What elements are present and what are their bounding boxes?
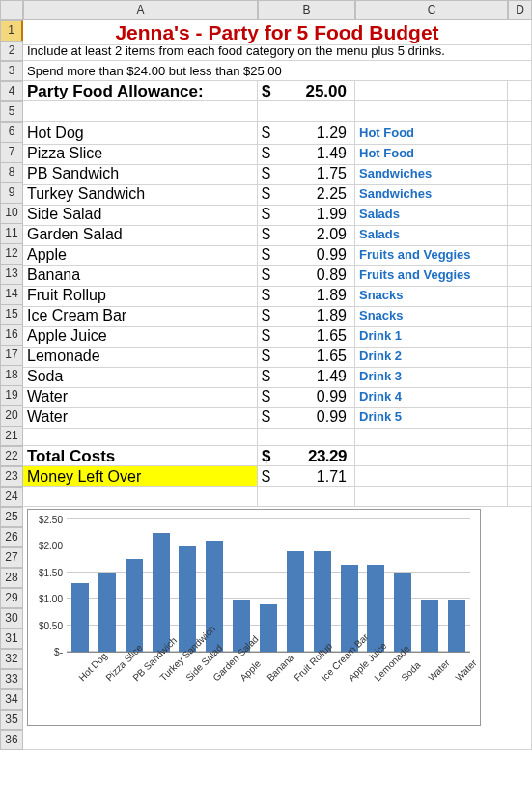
select-all-corner[interactable] [0,0,23,20]
cell-blank-24-3[interactable] [508,487,532,507]
chart-bar [421,600,438,652]
embedded-chart[interactable]: $-$0.50$1.00$1.50$2.00$2.50Hot DogPizza … [23,507,532,750]
currency-symbol: $ [262,324,270,347]
currency-symbol: $ [262,203,270,225]
col-header-c[interactable]: C [355,0,508,20]
row-header-22[interactable]: 22 [0,446,23,466]
allowance-label[interactable]: Party Food Allowance: [23,81,258,101]
cell-d5[interactable] [508,101,532,122]
chart-bar [314,551,331,652]
y-tick-label: $- [54,647,67,657]
currency-symbol: $ [262,284,270,306]
leftover-value[interactable]: $1.71 [258,466,355,487]
instruction-2[interactable]: Spend more than $24.00 but less than $25… [23,61,532,81]
col-header-d[interactable]: D [508,0,532,20]
cell-c23[interactable] [355,466,508,487]
row-header-30[interactable]: 30 [0,608,23,628]
currency-symbol: $ [262,243,270,265]
col-header-a[interactable]: A [23,0,258,20]
row-header-31[interactable]: 31 [0,628,23,649]
chart-bar [260,604,277,652]
row-header-21[interactable]: 21 [0,426,23,446]
chart-bar [71,583,89,652]
price-value: 1.99 [317,203,347,225]
price-value: 1.49 [317,365,347,387]
cell-blank-21-0[interactable] [23,426,258,446]
currency-symbol: $ [262,223,270,245]
currency-symbol: $ [262,466,270,486]
y-tick-label: $2.00 [39,541,67,551]
row-header-36[interactable]: 36 [0,730,23,750]
row-header-24[interactable]: 24 [0,487,23,507]
total-amount: 23.29 [308,446,347,465]
cell-d4[interactable] [508,81,532,101]
cell-a5[interactable] [23,101,258,122]
currency-symbol: $ [262,345,270,367]
cell-blank-21-1[interactable] [258,426,355,446]
price-value: 2.09 [317,223,347,245]
y-tick-label: $1.50 [39,567,67,577]
total-label[interactable]: Total Costs [23,446,258,466]
cell-b5[interactable] [258,101,355,122]
chart-bar [153,533,170,652]
row-header-29[interactable]: 29 [0,588,23,608]
price-value: 2.25 [317,182,347,205]
currency-symbol: $ [262,81,270,100]
currency-symbol: $ [262,182,270,205]
chart-bar [126,559,143,652]
cell-c5[interactable] [355,101,508,122]
instruction-1[interactable]: Include at least 2 items from each food … [23,41,532,61]
chart-bar [287,551,304,652]
spreadsheet-grid[interactable]: A B C D 1 Jenna's - Party for 5 Food Bud… [0,0,532,750]
row-header-3[interactable]: 3 [0,61,23,81]
leftover-label[interactable]: Money Left Over [23,466,258,487]
row-header-2[interactable]: 2 [0,41,23,61]
allowance-value[interactable]: $ 25.00 [258,81,355,101]
cell-d22[interactable] [508,446,532,466]
chart-bar [394,573,411,652]
currency-symbol: $ [262,365,270,387]
col-header-b[interactable]: B [258,0,355,20]
price-value: 0.99 [317,405,347,428]
cell-d23[interactable] [508,466,532,487]
row-header-5[interactable]: 5 [0,101,23,122]
row-header-4[interactable]: 4 [0,81,23,101]
cell-blank-21-3[interactable] [508,426,532,446]
cell-blank-24-1[interactable] [258,487,355,507]
price-value: 1.65 [317,324,347,347]
row-header-28[interactable]: 28 [0,568,23,588]
cell-blank-21-2[interactable] [355,426,508,446]
total-value[interactable]: $23.29 [258,446,355,466]
price-value: 1.65 [317,345,347,367]
price-value: 1.89 [317,304,347,326]
row-header-26[interactable]: 26 [0,527,23,547]
price-value: 0.99 [317,243,347,265]
currency-symbol: $ [262,446,270,465]
row-header-34[interactable]: 34 [0,689,23,710]
price-value: 0.99 [317,385,347,407]
y-tick-label: $2.50 [39,515,67,525]
row-header-33[interactable]: 33 [0,669,23,689]
price-value: 1.89 [317,284,347,306]
row-header-23[interactable]: 23 [0,466,23,487]
cell-c22[interactable] [355,446,508,466]
price-value: 1.29 [317,122,347,144]
cell-blank-24-2[interactable] [355,487,508,507]
currency-symbol: $ [262,122,270,144]
chart-bar [98,573,116,652]
row-header-35[interactable]: 35 [0,710,23,730]
y-tick-label: $0.50 [39,620,67,630]
y-tick-label: $1.00 [39,594,67,604]
cell-c4[interactable] [355,81,508,101]
cell-blank-24-0[interactable] [23,487,258,507]
row-header-27[interactable]: 27 [0,547,23,568]
row-header-32[interactable]: 32 [0,649,23,669]
currency-symbol: $ [262,304,270,326]
currency-symbol: $ [262,142,270,164]
leftover-amount: 1.71 [317,466,347,486]
price-value: 1.49 [317,142,347,164]
chart-bar [179,546,196,652]
row-header-25[interactable]: 25 [0,507,23,527]
currency-symbol: $ [262,405,270,428]
allowance-amount: 25.00 [305,81,347,100]
